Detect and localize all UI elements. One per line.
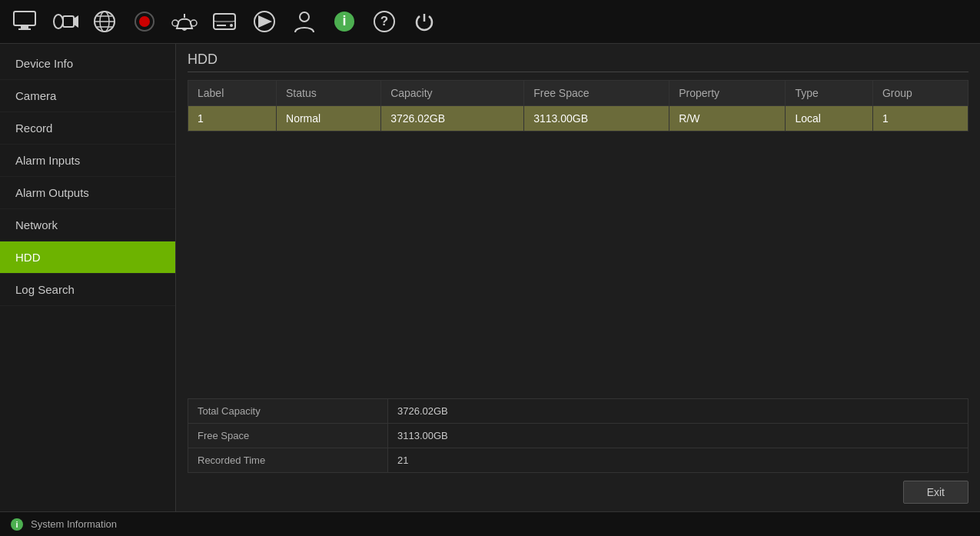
summary-free-space-row: Free Space 3113.00GB	[188, 424, 968, 448]
summary-recorded-time-value: 21	[388, 448, 417, 472]
cell-property: R/W	[669, 106, 786, 132]
statusbar-text: System Information	[31, 518, 117, 530]
alarm-icon[interactable]	[168, 5, 201, 38]
summary-free-space-label: Free Space	[188, 424, 388, 448]
user-icon[interactable]	[287, 5, 321, 38]
summary-total-capacity-label: Total Capacity	[188, 399, 388, 423]
sidebar-item-network[interactable]: Network	[0, 209, 175, 241]
svg-text:i: i	[342, 13, 346, 28]
cell-group: 1	[872, 106, 968, 132]
summary-total-capacity-value: 3726.02GB	[388, 399, 457, 423]
col-status: Status	[277, 81, 381, 106]
hdd-toolbar-icon[interactable]	[208, 5, 241, 38]
sidebar-item-camera[interactable]: Camera	[0, 80, 175, 112]
table-row[interactable]: 1Normal3726.02GB3113.00GBR/WLocal1	[188, 106, 968, 132]
playback-icon[interactable]	[247, 5, 281, 38]
svg-text:i: i	[15, 520, 18, 529]
svg-point-3	[54, 15, 63, 28]
exit-row: Exit	[188, 481, 968, 504]
sidebar-item-record[interactable]: Record	[0, 112, 175, 145]
col-property: Property	[669, 81, 786, 106]
cell-status: Normal	[277, 106, 381, 132]
cell-free_space: 3113.00GB	[524, 106, 669, 132]
svg-rect-0	[14, 12, 35, 25]
sidebar-item-hdd[interactable]: HDD	[0, 241, 175, 274]
summary-free-space-value: 3113.00GB	[388, 424, 457, 448]
sidebar-item-alarm-outputs[interactable]: Alarm Outputs	[0, 177, 175, 209]
help-icon[interactable]: ?	[367, 5, 401, 38]
hdd-table-wrapper: Label Status Capacity Free Space Propert…	[188, 80, 968, 388]
content-area: HDD Label Status Capacity Free Space Pro…	[175, 44, 980, 511]
sidebar: Device Info Camera Record Alarm Inputs A…	[0, 44, 175, 511]
col-group: Group	[872, 81, 968, 106]
svg-rect-17	[214, 14, 235, 22]
page-title: HDD	[188, 52, 968, 72]
info-icon[interactable]: i	[327, 5, 361, 38]
info-circle-icon: i	[9, 517, 25, 532]
svg-point-18	[230, 24, 233, 27]
hdd-table: Label Status Capacity Free Space Propert…	[188, 80, 968, 132]
cell-capacity: 3726.02GB	[381, 106, 524, 132]
sidebar-item-alarm-inputs[interactable]: Alarm Inputs	[0, 145, 175, 177]
svg-point-12	[139, 16, 150, 27]
sidebar-item-device-info[interactable]: Device Info	[0, 48, 175, 80]
camera-icon[interactable]	[48, 5, 81, 38]
cell-type: Local	[786, 106, 872, 132]
col-label: Label	[188, 81, 277, 106]
hdd-summary: Total Capacity 3726.02GB Free Space 3113…	[188, 398, 968, 473]
power-icon[interactable]	[407, 5, 441, 38]
statusbar: i System Information	[0, 511, 980, 536]
summary-recorded-time-row: Recorded Time 21	[188, 448, 968, 472]
svg-point-14	[172, 20, 178, 26]
svg-rect-1	[21, 25, 28, 28]
col-capacity: Capacity	[381, 81, 524, 106]
col-type: Type	[786, 81, 872, 106]
summary-total-capacity-row: Total Capacity 3726.02GB	[188, 399, 968, 424]
exit-button[interactable]: Exit	[903, 481, 968, 504]
cell-label: 1	[188, 106, 277, 132]
svg-rect-4	[63, 16, 74, 27]
svg-point-21	[300, 12, 309, 22]
display-icon[interactable]	[8, 5, 42, 38]
svg-text:?: ?	[380, 14, 388, 28]
svg-rect-2	[18, 28, 31, 30]
svg-point-15	[191, 20, 197, 26]
col-free-space: Free Space	[524, 81, 669, 106]
main-layout: Device Info Camera Record Alarm Inputs A…	[0, 44, 980, 511]
record-icon[interactable]	[128, 5, 161, 38]
summary-recorded-time-label: Recorded Time	[188, 448, 388, 472]
sidebar-item-log-search[interactable]: Log Search	[0, 274, 175, 306]
globe-icon[interactable]	[88, 5, 121, 38]
toolbar: i ?	[0, 0, 980, 44]
